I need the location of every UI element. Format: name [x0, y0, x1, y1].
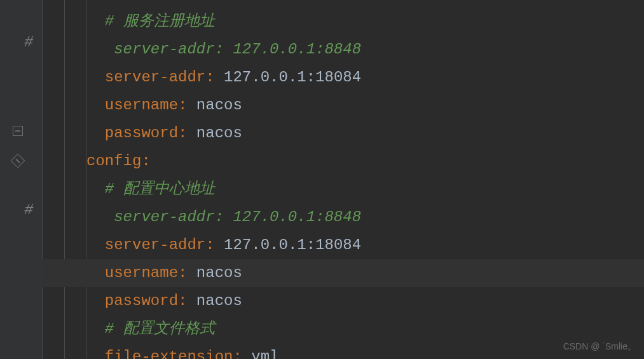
code-line[interactable]: server-addr: 127.0.0.1:18084	[86, 64, 644, 91]
yaml-value: 127.0.0.1:18084	[224, 236, 361, 254]
fold-icon[interactable]	[11, 154, 25, 168]
yaml-value: yml	[251, 348, 278, 359]
comment-text: server-addr: 127.0.0.1:8848	[86, 41, 361, 58]
comment-text: # 服务注册地址	[86, 13, 215, 30]
yaml-key: server-addr	[105, 236, 205, 254]
code-line[interactable]: # 配置中心地址	[86, 175, 644, 203]
code-content[interactable]: # 服务注册地址 server-addr: 127.0.0.1:8848 ser…	[86, 0, 644, 359]
code-line[interactable]: # 配置文件格式	[86, 315, 644, 343]
code-line[interactable]: username: nacos	[86, 91, 644, 119]
gutter-comment-mark: #	[24, 201, 33, 219]
editor-gutter: # #	[0, 0, 42, 359]
comment-text: # 配置中心地址	[86, 180, 215, 198]
yaml-value: 127.0.0.1:18084	[224, 69, 361, 86]
gutter-comment-mark: #	[24, 34, 33, 51]
comment-text: # 配置文件格式	[86, 320, 215, 337]
code-line[interactable]: password: nacos	[86, 119, 644, 147]
yaml-key: file-extension	[105, 348, 233, 359]
watermark-text: CSDN @ ˙Smlie。	[563, 341, 636, 353]
code-line[interactable]: # 服务注册地址	[86, 8, 644, 36]
code-line[interactable]: password: nacos	[86, 287, 644, 315]
yaml-value: nacos	[196, 97, 242, 114]
code-line[interactable]: server-addr: 127.0.0.1:18084	[86, 231, 644, 259]
yaml-key: password	[105, 125, 178, 142]
yaml-key: username	[105, 97, 178, 114]
indent-guides	[42, 0, 86, 359]
yaml-value: nacos	[196, 125, 242, 142]
yaml-key: password	[105, 292, 178, 309]
code-editor[interactable]: # # # 服务注册地址 server-addr: 127.0.0.1:8848…	[0, 0, 644, 359]
code-line[interactable]: config:	[86, 147, 644, 175]
fold-icon[interactable]	[13, 126, 23, 136]
code-line-active[interactable]: username: nacos	[86, 259, 644, 287]
code-line[interactable]: server-addr: 127.0.0.1:8848	[86, 36, 644, 64]
code-line[interactable]: file-extension: yml	[86, 343, 644, 359]
yaml-key: username	[105, 264, 178, 281]
yaml-key: server-addr	[105, 69, 205, 86]
yaml-key: config	[86, 152, 141, 170]
code-line[interactable]: server-addr: 127.0.0.1:8848	[86, 203, 644, 231]
comment-text: server-addr: 127.0.0.1:8848	[86, 208, 361, 226]
yaml-value: nacos	[196, 292, 242, 309]
yaml-value: nacos	[196, 264, 242, 281]
